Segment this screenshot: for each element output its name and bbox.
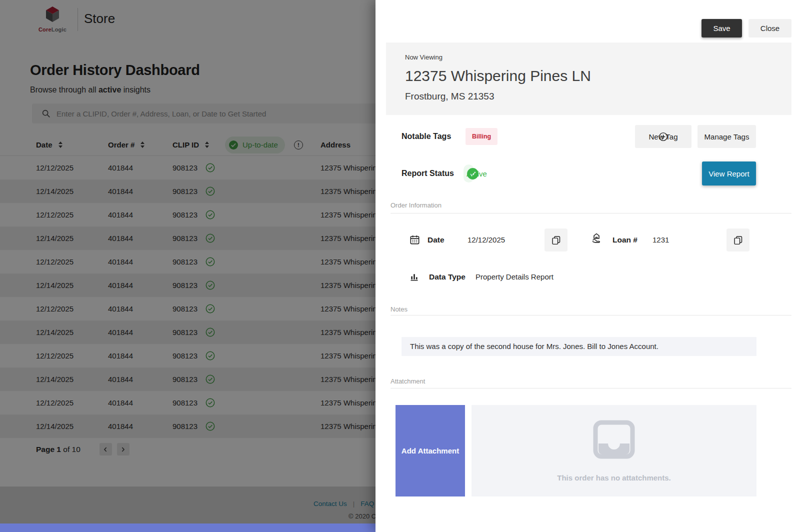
property-address: 12375 Whispering Pines LN [405, 68, 792, 84]
attachment-empty-state: This order has no attatchments. [472, 405, 756, 496]
data-type-value: Property Details Report [476, 266, 554, 288]
loan-value: 1231 [652, 228, 669, 252]
image-placeholder-icon [592, 420, 636, 460]
copy-date-button[interactable] [544, 228, 568, 252]
order-information-section-label: Order Information [390, 202, 442, 209]
active-status-badge: Active [464, 164, 474, 182]
manage-tags-button[interactable]: Manage Tags [698, 125, 756, 148]
copy-icon [733, 235, 744, 246]
calendar-icon [409, 234, 420, 246]
bottom-accent-bar [0, 524, 376, 532]
loan-house-hand-icon [590, 232, 602, 244]
section-divider [390, 388, 792, 388]
screen: CoreLogic Store Order History Dashboard … [0, 0, 802, 532]
new-tag-button[interactable]: New Tag [635, 125, 692, 148]
bar-chart-icon [409, 272, 420, 282]
now-viewing-box: Now Viewing 12375 Whispering Pines LN Fr… [386, 42, 792, 115]
order-detail-panel: Save Close Now Viewing 12375 Whispering … [376, 0, 802, 532]
close-button[interactable]: Close [748, 19, 792, 38]
note-text: This was a copy of the second house for … [402, 337, 756, 356]
save-button[interactable]: Save [702, 19, 742, 38]
data-type-label: Data Type [429, 266, 466, 288]
view-report-button[interactable]: View Report [702, 162, 756, 186]
copy-icon [551, 235, 562, 246]
notable-tags-label: Notable Tags [402, 125, 451, 148]
copy-loan-button[interactable] [726, 228, 750, 252]
report-status-label: Report Status [402, 162, 454, 186]
notes-section-label: Notes [390, 306, 408, 313]
section-divider [390, 315, 792, 316]
attachment-section-label: Attatchment [390, 378, 425, 385]
section-divider [390, 213, 792, 214]
loan-label: Loan # [612, 228, 638, 252]
date-label: Date [428, 228, 444, 252]
no-attachments-text: This order has no attatchments. [557, 474, 671, 482]
date-value: 12/12/2025 [468, 228, 505, 252]
now-viewing-label: Now Viewing [405, 54, 792, 61]
add-attachment-button[interactable]: Add Attachment [396, 405, 465, 496]
billing-tag[interactable]: Billing [466, 128, 498, 145]
property-city: Frostburg, MS 21353 [405, 91, 792, 102]
